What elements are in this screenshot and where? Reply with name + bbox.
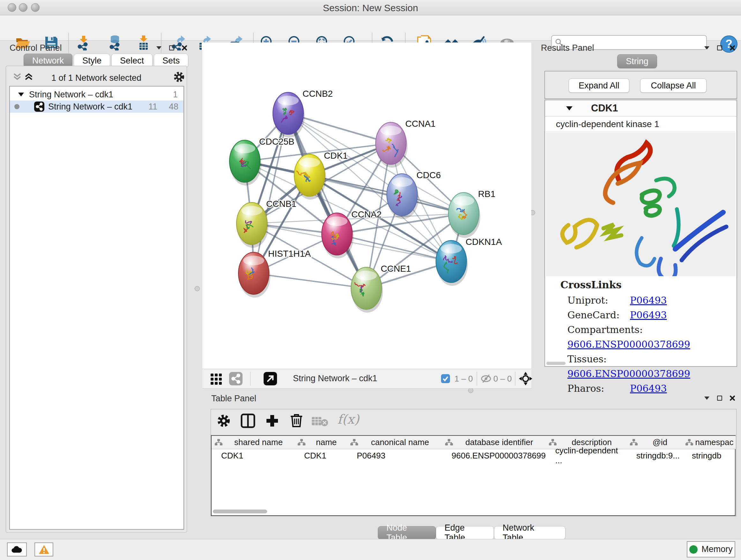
column-header-shared-name[interactable]: shared name: [212, 436, 295, 449]
open-overview-icon[interactable]: [264, 372, 277, 387]
close-panel-icon[interactable]: [182, 45, 187, 51]
results-hscrollbar[interactable]: [546, 362, 565, 365]
column-label: name: [306, 437, 347, 447]
table-hscrollbar-thumb[interactable]: [213, 509, 267, 513]
hidden-counts: 0 – 0: [493, 374, 512, 384]
node-CCNB1[interactable]: CCNB1: [237, 199, 296, 248]
results-panel: Results Panel String Expand All Collapse…: [533, 42, 741, 377]
node-CCNB2[interactable]: CCNB2: [273, 89, 333, 138]
network-share-view-icon[interactable]: [229, 372, 243, 387]
tab-network-table[interactable]: Network Table: [494, 526, 565, 540]
network-row-selected[interactable]: String Network – cdk1 11 48: [10, 101, 184, 113]
column-type-icon: [445, 439, 453, 446]
network-options-gear-icon[interactable]: [173, 71, 185, 83]
cell-name[interactable]: CDK1: [294, 449, 347, 462]
column-header-@id[interactable]: @id: [627, 436, 683, 449]
tab-node-table[interactable]: Node Table: [378, 526, 436, 540]
network-tree: String Network – cdk1 1 String Network –…: [9, 86, 184, 530]
close-panel-icon[interactable]: [730, 45, 735, 51]
tab-string[interactable]: String: [617, 54, 657, 68]
table-options-gear-icon[interactable]: [217, 414, 231, 428]
collapse-all-button[interactable]: Collapse All: [640, 78, 706, 92]
tab-edge-table[interactable]: Edge Table: [436, 526, 494, 540]
node-CCNE1[interactable]: CCNE1: [351, 264, 411, 313]
crosslink-tissues[interactable]: 9606.ENSP00000378699: [567, 368, 690, 379]
delete-table-icon[interactable]: [312, 416, 328, 428]
column-type-icon: [685, 439, 693, 446]
node-HIST1H1A[interactable]: HIST1H1A: [239, 249, 311, 298]
crosslink-genecard[interactable]: P06493: [630, 309, 667, 320]
crosslink-label: Compartments:: [567, 322, 630, 337]
table-panel-title: Table Panel: [211, 394, 256, 403]
node-CDC6[interactable]: CDC6: [387, 170, 441, 219]
left-splitter-handle[interactable]: [195, 286, 200, 291]
cloud-button[interactable]: [7, 543, 27, 557]
column-type-icon: [630, 439, 637, 446]
node-label: CDC25B: [259, 137, 294, 146]
status-bar: Memory: [0, 539, 741, 560]
column-header-namespac[interactable]: namespac: [682, 436, 736, 449]
gene-collapse-icon[interactable]: [566, 106, 572, 111]
crosslink-label: Tissues:: [567, 352, 630, 367]
network-label: String Network – cdk1: [48, 102, 132, 112]
table-panel-box: f(x) shared namenamecanonical namedataba…: [211, 409, 737, 516]
node-label: CCNE1: [381, 264, 411, 273]
cell-description[interactable]: cyclin-dependent ...: [546, 449, 627, 462]
float-panel-icon[interactable]: [717, 395, 722, 401]
warning-icon: [39, 545, 50, 554]
expand-all-button[interactable]: Expand All: [569, 78, 629, 92]
collection-count: 1: [173, 90, 178, 100]
panel-menu-icon[interactable]: [156, 46, 161, 50]
node-CDKN1A[interactable]: CDKN1A: [436, 237, 502, 286]
show-columns-icon[interactable]: [240, 413, 256, 430]
gene-description-row: cyclin-dependent kinase 1: [546, 117, 735, 132]
tree-expander-icon[interactable]: [18, 92, 24, 97]
function-builder-icon[interactable]: f(x): [337, 412, 359, 427]
node-RB1[interactable]: RB1: [448, 189, 495, 238]
control-panel-title: Control Panel: [10, 43, 62, 53]
add-column-icon[interactable]: [265, 413, 280, 430]
cell-namespac[interactable]: stringdb: [682, 449, 736, 462]
edge-count: 48: [169, 102, 179, 112]
protein-structure-image: [546, 132, 736, 276]
string-network-icon: [34, 102, 44, 112]
panel-menu-icon[interactable]: [704, 46, 710, 50]
window-title: Session: New Session: [0, 3, 741, 13]
memory-label: Memory: [701, 544, 733, 554]
node-label: CCNA2: [351, 209, 382, 219]
column-header-database-identifier[interactable]: database identifier: [442, 436, 546, 449]
grid-view-icon[interactable]: [210, 372, 223, 386]
warning-button[interactable]: [35, 543, 53, 557]
cell-shared-name[interactable]: CDK1: [212, 449, 294, 462]
crosslink-uniprot[interactable]: P06493: [630, 295, 667, 306]
cell-database-identifier[interactable]: 9606.ENSP00000378699: [442, 449, 546, 462]
float-panel-icon[interactable]: [169, 45, 174, 51]
main-toolbar: ?: [0, 15, 741, 41]
crosslink-row: GeneCard:P06493: [567, 308, 737, 322]
panel-menu-icon[interactable]: [704, 396, 710, 400]
hidden-eye-icon[interactable]: [481, 374, 491, 385]
crosslink-row: Uniprot:P06493: [567, 293, 737, 308]
node-label: CDKN1A: [466, 237, 502, 247]
column-header-name[interactable]: name: [294, 436, 347, 449]
results-panel-title: Results Panel: [541, 43, 594, 53]
gene-header-row[interactable]: CDK1: [545, 100, 737, 117]
column-header-canonical-name[interactable]: canonical name: [347, 436, 442, 449]
float-panel-icon[interactable]: [717, 45, 722, 51]
delete-column-icon[interactable]: [289, 413, 304, 429]
network-view-toolbar: String Network – cdk1 1 – 0 0 – 0: [202, 369, 531, 388]
node-CDC25B[interactable]: CDC25B: [229, 137, 294, 186]
cell-@id[interactable]: stringdb:9...: [627, 449, 682, 462]
edge[interactable]: [254, 273, 366, 288]
network-canvas[interactable]: CCNB2CCNA1CDC25BCDK1CDC6RB1CCNB1CCNA2CDK…: [202, 43, 531, 369]
memory-button[interactable]: Memory: [687, 541, 735, 557]
title-bar: Session: New Session: [0, 0, 741, 15]
network-collection-row[interactable]: String Network – cdk1 1: [10, 88, 184, 101]
node-CCNA1[interactable]: CCNA1: [376, 119, 435, 168]
birdseye-view-icon[interactable]: [519, 372, 532, 387]
node-CDK1[interactable]: CDK1: [294, 151, 348, 199]
close-panel-icon[interactable]: [730, 395, 735, 401]
cell-canonical-name[interactable]: P06493: [347, 449, 442, 462]
crosslink-compartments[interactable]: 9606.ENSP00000378699: [567, 339, 690, 350]
selected-checkbox-icon[interactable]: [441, 374, 450, 384]
